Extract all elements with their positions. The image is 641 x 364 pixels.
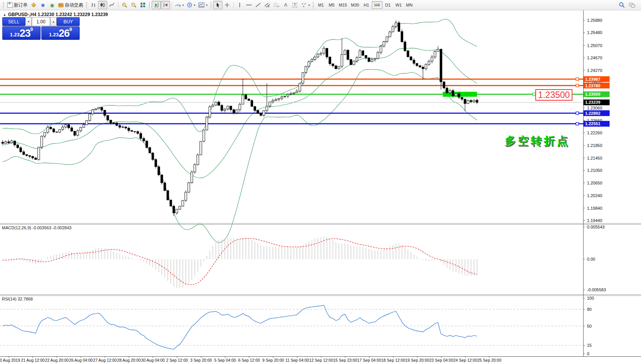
buy-price-display[interactable]: 1.23269 [41, 26, 80, 40]
time-axis-label[interactable]: 11 Sep 04:00 [285, 358, 309, 362]
search-icon[interactable] [619, 2, 625, 8]
timeframe-button-w1[interactable]: W1 [393, 1, 404, 9]
timeframe-button-m5[interactable]: M5 [326, 1, 337, 9]
candle-bear [167, 191, 169, 200]
macd-indicator-label: MACD(12,26,9) -0.003563 -0.002843 [2, 225, 72, 230]
fibonacci-tool-button[interactable]: F [272, 1, 281, 9]
tile-windows-button[interactable] [138, 1, 147, 9]
time-axis-label[interactable]: 9 Sep 20:00 [262, 358, 284, 362]
candle-bear [248, 99, 250, 101]
autotrading-icon [58, 3, 64, 7]
candle-bear [146, 141, 148, 148]
bar-chart-button[interactable] [89, 1, 98, 9]
time-axis-label[interactable]: 25 Sep 20:00 [477, 358, 502, 362]
time-axis-label[interactable]: 18 Sep 12:00 [381, 358, 406, 362]
time-axis-label[interactable]: 22 Aug 20:00 [45, 358, 69, 362]
time-axis-label[interactable]: 28 Aug 20:00 [117, 358, 141, 362]
timeframe-button-m15[interactable]: M15 [337, 1, 349, 9]
time-axis-label[interactable]: 26 Aug 04:00 [69, 358, 93, 362]
signals-button[interactable]: ◉ [47, 1, 57, 9]
zoom-out-button[interactable] [129, 1, 138, 9]
candlestick-chart-button[interactable] [98, 1, 107, 9]
zoom-in-button[interactable] [120, 1, 129, 9]
vertical-line-tool-button[interactable] [235, 1, 244, 9]
line-handle [576, 122, 579, 125]
time-axis-label[interactable]: 23 Sep 04:00 [429, 358, 453, 362]
volume-decrease-button[interactable]: ▼ [25, 17, 32, 26]
candle-bear [443, 82, 445, 88]
candle-bull [197, 155, 199, 165]
text-label-tool-button[interactable]: T [290, 1, 299, 9]
timeframe-button-h1[interactable]: H1 [361, 1, 372, 9]
candle-bull [305, 66, 307, 72]
volume-input[interactable]: 1.00 [32, 17, 50, 26]
time-axis-label[interactable]: 30 Aug 04:00 [141, 358, 165, 362]
crosshair-tool-button[interactable] [222, 1, 232, 9]
candle-bull [392, 26, 394, 32]
channel-tool-button[interactable]: E [263, 1, 272, 9]
time-axis-label[interactable]: 12 Sep 12:00 [309, 358, 334, 362]
volume-increase-button[interactable]: ▲ [50, 17, 57, 26]
candle-bear [128, 128, 130, 131]
rsi-axis-label: 50 [587, 324, 592, 328]
candle-bull [188, 183, 190, 192]
sell-price-display[interactable]: 1.23239 [2, 26, 41, 40]
cursor-icon [216, 2, 221, 8]
line-handles [533, 78, 579, 125]
chart-canvas[interactable]: 1.258801.254801.250701.246701.242701.238… [0, 0, 641, 364]
templates-button[interactable]: ▾ [197, 1, 209, 9]
time-axis-label[interactable]: 2 Sep 12:00 [166, 358, 188, 362]
collapse-arrow-icon[interactable]: ▲ [3, 13, 6, 16]
candle-bull [191, 172, 193, 183]
candle-bear [362, 51, 364, 55]
time-axis-label[interactable]: 19 Sep 20:00 [406, 358, 430, 362]
line-chart-button[interactable] [107, 1, 116, 9]
time-axis-label[interactable]: 20 Aug 2019 [0, 358, 20, 362]
timeframe-button-h4[interactable]: H4 [372, 1, 383, 9]
time-axis-label[interactable]: 24 Sep 12:00 [453, 358, 477, 362]
time-axis-label[interactable]: 17 Sep 04:00 [357, 358, 381, 362]
candle-bear [335, 66, 337, 69]
chart-shift-button[interactable] [161, 1, 170, 9]
candle-bull [194, 165, 196, 172]
chat-icon[interactable] [629, 2, 636, 8]
time-axis-label[interactable]: 27 Aug 12:00 [93, 358, 117, 362]
autotrading-button[interactable]: 自动交易 [57, 1, 85, 9]
toolbar-drag-handle[interactable] [3, 2, 5, 8]
price-chip: 1.23780 [585, 83, 600, 88]
cursor-tool-button[interactable] [213, 1, 222, 9]
time-axis-label[interactable]: 15 Sep 23:00 [333, 358, 357, 362]
candle-bull [281, 97, 283, 98]
text-tool-button[interactable]: A [281, 1, 290, 9]
buy-button[interactable]: BUY [57, 17, 80, 26]
timeframe-button-mn[interactable]: MN [404, 1, 415, 9]
horizontal-line-tool-button[interactable] [244, 1, 253, 9]
community-button[interactable]: ☻ [38, 1, 47, 9]
time-axis-label[interactable]: 5 Sep 04:00 [214, 358, 236, 362]
time-axis-label[interactable]: 3 Sep 20:00 [190, 358, 212, 362]
time-axis-label[interactable]: 21 Aug 12:00 [21, 358, 45, 362]
candle-bear [143, 139, 145, 141]
auto-scroll-button[interactable] [152, 1, 161, 9]
periods-button[interactable]: ▾ [185, 1, 197, 9]
timeframe-button-m30[interactable]: M30 [349, 1, 361, 9]
metaeditor-button[interactable] [29, 1, 38, 9]
candle-bear [419, 66, 421, 67]
arrows-tool-button[interactable]: ▾ [299, 1, 311, 9]
svg-text:E: E [268, 5, 270, 8]
indicators-button[interactable]: ▾ [173, 1, 185, 9]
toolbar-drag-handle[interactable] [210, 2, 212, 8]
candle-bear [110, 120, 112, 123]
candle-bear [458, 94, 460, 98]
toolbar-drag-handle[interactable] [86, 2, 88, 8]
time-axis-label[interactable]: 6 Sep 12:00 [238, 358, 260, 362]
candles [2, 20, 478, 216]
trendline-tool-button[interactable] [253, 1, 263, 9]
new-order-button[interactable]: + 新订单 [6, 1, 29, 9]
toolbar-drag-handle[interactable] [312, 2, 314, 8]
toolbar-drag-handle[interactable] [149, 2, 150, 8]
timeframe-button-m1[interactable]: M1 [316, 1, 326, 9]
price-level-flag[interactable]: 1.23500 [535, 89, 572, 101]
sell-button[interactable]: SELL [2, 17, 25, 26]
timeframe-button-d1[interactable]: D1 [383, 1, 393, 9]
